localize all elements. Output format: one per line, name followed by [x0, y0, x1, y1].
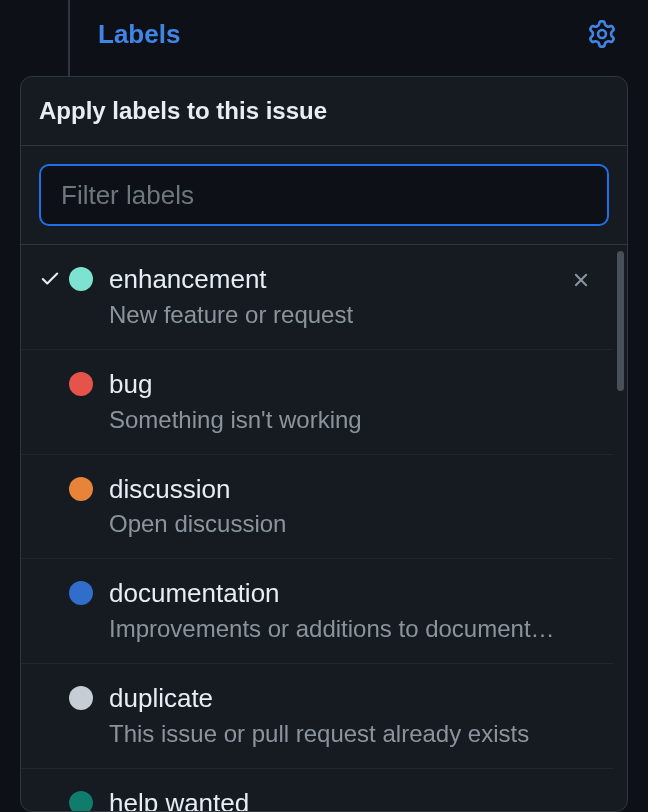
label-text: enhancementNew feature or request [109, 263, 563, 329]
popover-header: Apply labels to this issue [21, 77, 627, 146]
label-text: discussionOpen discussion [109, 473, 563, 539]
label-item-enhancement[interactable]: enhancementNew feature or request [21, 245, 613, 350]
remove-label-button [563, 368, 599, 374]
remove-label-button [563, 577, 599, 583]
labels-settings-button[interactable] [586, 18, 618, 50]
remove-label-button [563, 473, 599, 479]
check-icon [35, 682, 65, 686]
label-list: enhancementNew feature or requestbugSome… [21, 245, 613, 811]
popover-title: Apply labels to this issue [39, 97, 609, 125]
remove-label-button [563, 682, 599, 688]
label-text: help wantedExtra attention is needed [109, 787, 563, 811]
filter-wrap [21, 146, 627, 245]
scrollbar[interactable] [613, 245, 627, 811]
check-icon [35, 787, 65, 791]
check-icon [35, 368, 65, 372]
remove-label-button [563, 787, 599, 793]
label-text: documentationImprovements or additions t… [109, 577, 563, 643]
labels-section-title: Labels [98, 19, 180, 50]
label-text: bugSomething isn't working [109, 368, 563, 434]
label-item-bug[interactable]: bugSomething isn't working [21, 350, 613, 455]
label-item-documentation[interactable]: documentationImprovements or additions t… [21, 559, 613, 664]
scrollbar-thumb[interactable] [617, 251, 624, 391]
label-item-duplicate[interactable]: duplicateThis issue or pull request alre… [21, 664, 613, 769]
labels-popover: Apply labels to this issue enhancementNe… [20, 76, 628, 812]
label-color-swatch [69, 372, 93, 396]
label-color-swatch [69, 581, 93, 605]
label-description: This issue or pull request already exist… [109, 720, 563, 748]
filter-labels-input[interactable] [39, 164, 609, 226]
check-icon [35, 577, 65, 581]
label-name: documentation [109, 577, 563, 611]
label-item-help-wanted[interactable]: help wantedExtra attention is needed [21, 769, 613, 811]
label-color-swatch [69, 267, 93, 291]
labels-section-header: Labels [98, 18, 618, 50]
label-name: help wanted [109, 787, 563, 811]
label-description: Improvements or additions to documentati… [109, 615, 563, 643]
label-color-swatch [69, 791, 93, 811]
check-icon [35, 473, 65, 477]
label-name: duplicate [109, 682, 563, 716]
label-description: New feature or request [109, 301, 563, 329]
remove-label-button[interactable] [563, 263, 599, 291]
label-description: Something isn't working [109, 406, 563, 434]
label-name: bug [109, 368, 563, 402]
label-item-discussion[interactable]: discussionOpen discussion [21, 455, 613, 560]
label-description: Open discussion [109, 510, 563, 538]
label-name: discussion [109, 473, 563, 507]
label-color-swatch [69, 686, 93, 710]
check-icon [35, 263, 65, 289]
label-name: enhancement [109, 263, 563, 297]
label-color-swatch [69, 477, 93, 501]
gear-icon [588, 20, 616, 48]
label-text: duplicateThis issue or pull request alre… [109, 682, 563, 748]
